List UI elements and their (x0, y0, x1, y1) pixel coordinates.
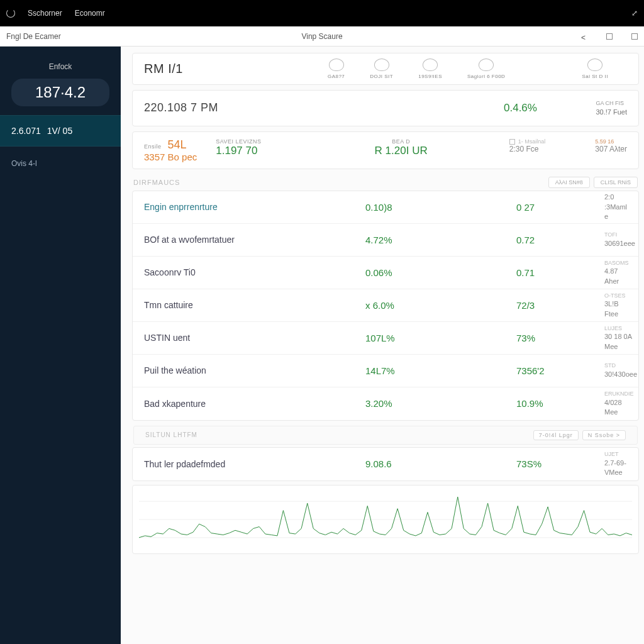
checkbox-icon[interactable] (509, 139, 515, 145)
sidebar-primary-value[interactable]: 187·4.2 (11, 79, 109, 106)
metrics-list: Engin enprrenrture0.10)80 272:0 :3Maml e… (132, 191, 639, 421)
table-row[interactable]: Puil the wéation14L7%7356'2STD30!430oee (133, 355, 638, 387)
row-value-1: 9.08.6 (365, 458, 392, 469)
section-a-title: DIRFMAUCS (133, 179, 180, 186)
stat5-value: 307 Aλter (595, 145, 627, 153)
row-name: USTIN uent (144, 333, 190, 343)
page-title: RM I/1 (144, 62, 183, 76)
row-name: Bad xkapenture (144, 399, 206, 409)
sidebar-item[interactable]: Ovis 4-l (0, 147, 121, 180)
bulb-icon[interactable]: 19S9!IES (418, 58, 442, 79)
table-row[interactable]: Sacoonrv Ti00.06%0.71BASOMS4.87 Aher (133, 257, 638, 289)
sidebar-band[interactable]: 2.6.071 1V/ 05 (0, 115, 121, 147)
stat1-sub: 3357 Bo pec (144, 152, 197, 162)
chip-a2[interactable]: CLISL RNiS (594, 177, 638, 188)
sidebar-label: Enfock (0, 62, 121, 76)
row-meta: TOFI30691eee (604, 231, 632, 248)
row-meta: O-TSES3L!B Ftee (604, 292, 632, 319)
top-menubar: Sschorner Economr ⤢ (0, 0, 644, 26)
row-value-1: 0.06% (365, 267, 392, 278)
row-meta: BASOMS4.87 Aher (604, 259, 632, 286)
table-row[interactable]: USTIN uent107L%73%LUJES30 18 0A Mee (133, 322, 638, 355)
stats-card: Ensile 54L 3357 Bo pec SAVEI LEVIZNS 1.1… (132, 131, 639, 169)
menu-item-1[interactable]: Sschorner (28, 9, 62, 18)
row-name: Tmn cattuire (144, 300, 193, 310)
row-meta: STD30!430oee (604, 362, 632, 379)
row-value-2: 0.72 (516, 235, 535, 245)
chip-a1[interactable]: AλAI SN#8 (548, 177, 590, 188)
section-header-b: SILTUN LHTFM 7-0!4l Lpgr N Ssobe > (133, 426, 638, 445)
row-value-1: 107L% (365, 333, 395, 343)
expand-icon[interactable]: ⤢ (631, 9, 638, 18)
row-name: Thut ler pdadefmded (144, 459, 225, 469)
metrics-list-b: Thut ler pdadefmded 9.08.6 73S% UJET2.7-… (132, 447, 639, 481)
stat4-value: 2:30 Fce (509, 145, 546, 153)
row-value-2: 0 27 (516, 202, 535, 213)
engine-icon[interactable]: Saglorl 6 F00D (467, 58, 505, 79)
header-card: RM I/1 GA8?7 DOJI SIT 19S9!IES Saglorl 6… (132, 53, 639, 85)
stat3-label: BEA D (375, 138, 428, 145)
row-value-1: 3.20% (365, 398, 392, 409)
row-value-1: 4.72% (365, 235, 392, 245)
time-meta: GA CH FIS 30.!7 Fuet (596, 99, 627, 117)
table-row[interactable]: BOf at a wvofemrtatuer4.72%0.72TOFI30691… (133, 224, 638, 257)
row-value-2: 0.71 (516, 267, 535, 278)
row-value-2: 7356'2 (516, 365, 545, 376)
chip-b1[interactable]: 7-0!4l Lpgr (533, 430, 579, 440)
window-title: Vinp Scaure (301, 32, 342, 41)
row-name: Engin enprrenrture (144, 202, 218, 212)
row-value-2: 10.9% (516, 398, 543, 409)
stat1-label: Ensile (144, 143, 162, 150)
stat1-value: 54L (168, 138, 187, 152)
chip-b2[interactable]: N Ssobe > (582, 430, 626, 440)
timestamp-value: 220.108 7 PM (144, 101, 218, 114)
row-meta: ERUKNDIE4/028 Mee (604, 390, 632, 417)
refresh-icon[interactable] (6, 9, 15, 18)
row-name: Sacoonrv Ti0 (144, 267, 196, 277)
sidebar-band-b: 1V/ 05 (47, 126, 72, 136)
stat3-value: R 1.20I UR (375, 145, 428, 157)
stat2-label: SAVEI LEVIZNS (216, 138, 261, 145)
row-value-1: x 6.0% (365, 300, 394, 311)
row-value-2: 73% (516, 333, 535, 343)
window-toolbar: Fngl De Ecamer Vinp Scaure < (0, 26, 644, 47)
row-value-2: 73S% (516, 458, 541, 469)
row-name: Puil the wéation (144, 365, 206, 375)
back-icon[interactable]: < (581, 33, 587, 40)
menu-item-2[interactable]: Economr (75, 9, 105, 18)
table-row[interactable]: Tmn cattuirex 6.0%72/3O-TSES3L!B Ftee (133, 289, 638, 322)
row-meta: 2:0 :3Maml e (604, 192, 632, 221)
content-area: RM I/1 GA8?7 DOJI SIT 19S9!IES Saglorl 6… (121, 47, 644, 644)
section-b-title: SILTUN LHTFM (145, 431, 197, 438)
row-value-2: 72/3 (516, 300, 535, 311)
section-header-a: DIRFMAUCS AλAI SN#8 CLISL RNiS (133, 177, 638, 188)
stat4-label: 1- Msailnal (509, 138, 546, 145)
sparkline-chart (132, 485, 639, 554)
eye-icon[interactable]: Sal St D II (582, 58, 608, 79)
table-row[interactable]: Thut ler pdadefmded 9.08.6 73S% UJET2.7-… (133, 448, 638, 480)
row-meta: UJET2.7-69-VMee (604, 450, 632, 477)
table-row[interactable]: Engin enprrenrture0.10)80 272:0 :3Maml e (133, 191, 638, 224)
row-value-1: 14L7% (365, 365, 395, 376)
time-card: 220.108 7 PM 0.4.6% 0./2 GA CH FIS 30.!7… (132, 90, 639, 126)
percent-value: 0.4.6% (504, 102, 537, 114)
row-name: BOf at a wvofemrtatuer (144, 235, 235, 245)
sidebar: Enfock 187·4.2 2.6.071 1V/ 05 Ovis 4-l (0, 47, 121, 644)
table-row[interactable]: Bad xkapenture3.20%10.9%ERUKNDIE4/028 Me… (133, 387, 638, 420)
stat2-value: 1.197 70 (216, 145, 261, 157)
dome-icon[interactable]: DOJI SIT (370, 58, 393, 79)
gauge-icon[interactable]: GA8?7 (328, 58, 345, 79)
sidebar-band-a: 2.6.071 (11, 126, 41, 136)
close-icon[interactable] (631, 33, 638, 40)
row-value-1: 0.10)8 (365, 202, 392, 213)
stat5-label: 5.59 16 (595, 138, 627, 145)
breadcrumb: Fngl De Ecamer (6, 32, 61, 41)
row-meta: LUJES30 18 0A Mee (604, 325, 632, 352)
maximize-icon[interactable] (606, 33, 613, 40)
